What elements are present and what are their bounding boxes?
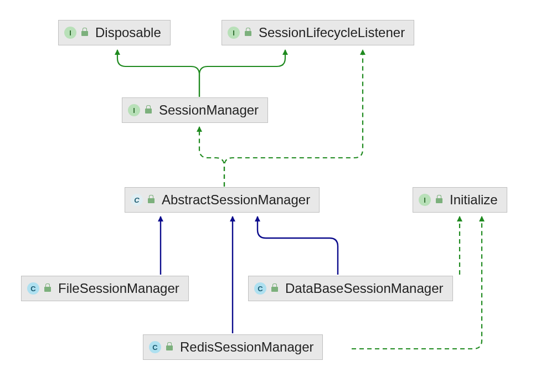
edge-sessionmanager-lifecycle xyxy=(199,50,285,97)
node-database-session-manager[interactable]: C DataBaseSessionManager xyxy=(248,276,453,301)
access-icon xyxy=(435,196,443,204)
node-file-session-manager[interactable]: C FileSessionManager xyxy=(21,276,189,301)
node-session-manager[interactable]: I SessionManager xyxy=(122,97,268,123)
interface-icon: I xyxy=(64,27,76,39)
node-abstract-session-manager[interactable]: C AbstractSessionManager xyxy=(125,187,320,213)
abstract-class-icon: C xyxy=(131,194,143,206)
node-disposable[interactable]: I Disposable xyxy=(58,20,171,45)
interface-icon: I xyxy=(419,194,431,206)
class-icon: C xyxy=(254,282,266,295)
node-label: AbstractSessionManager xyxy=(162,192,310,208)
node-session-lifecycle-listener[interactable]: I SessionLifecycleListener xyxy=(222,20,414,45)
node-label: DataBaseSessionManager xyxy=(285,281,444,296)
interface-icon: I xyxy=(128,104,140,116)
access-icon xyxy=(244,29,252,37)
edge-sessionmanager-disposable xyxy=(117,50,199,97)
node-redis-session-manager[interactable]: C RedisSessionManager xyxy=(143,334,323,360)
class-icon: C xyxy=(27,282,39,295)
access-icon xyxy=(166,343,173,351)
class-icon: C xyxy=(149,341,161,353)
node-initialize[interactable]: I Initialize xyxy=(413,187,507,213)
node-label: FileSessionManager xyxy=(58,281,179,296)
node-label: SessionLifecycleListener xyxy=(259,25,405,40)
node-label: Disposable xyxy=(95,25,161,40)
node-label: RedisSessionManager xyxy=(180,339,313,355)
access-icon xyxy=(44,285,52,292)
access-icon xyxy=(145,106,152,114)
edge-db-abstract xyxy=(258,216,338,275)
access-icon xyxy=(81,29,89,37)
interface-icon: I xyxy=(228,27,240,39)
node-label: SessionManager xyxy=(159,102,259,118)
edge-abstract-sessionmanager xyxy=(199,127,224,187)
access-icon xyxy=(271,285,279,292)
node-label: Initialize xyxy=(450,192,498,208)
access-icon xyxy=(147,196,155,204)
